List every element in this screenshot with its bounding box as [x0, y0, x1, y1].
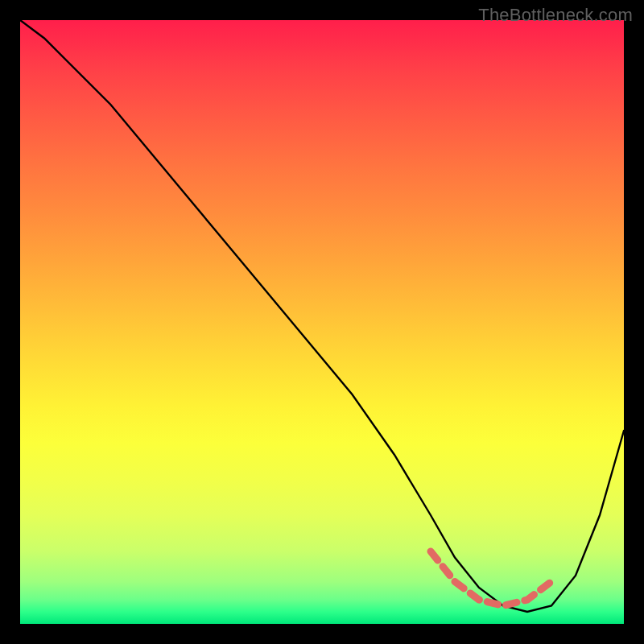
chart-svg	[20, 20, 624, 624]
watermark-text: TheBottleneck.com	[478, 5, 633, 26]
chart-plot-area	[20, 20, 624, 624]
bottleneck-curve-path	[20, 20, 624, 612]
